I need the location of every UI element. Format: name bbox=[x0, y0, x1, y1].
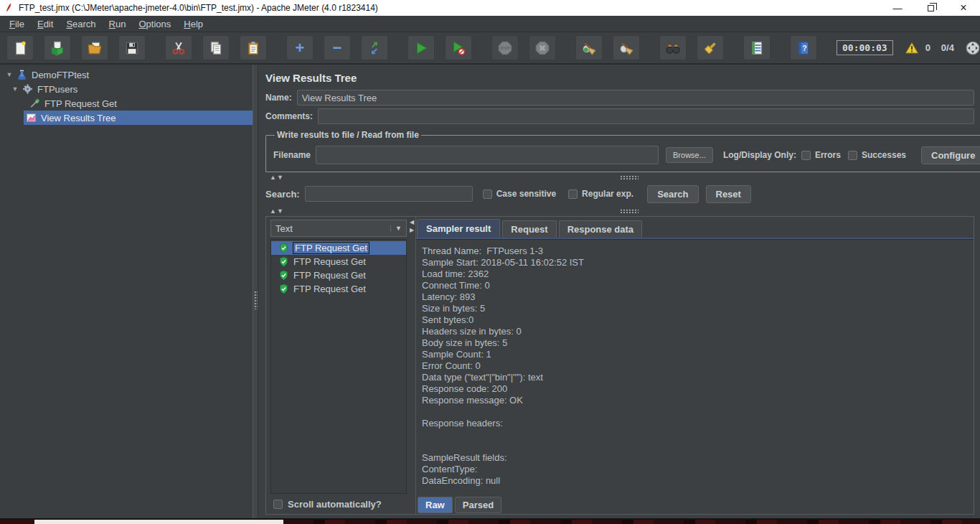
tree-node-view-results-tree[interactable]: View Results Tree bbox=[0, 111, 253, 125]
expander-icon[interactable]: ▼ bbox=[4, 71, 14, 78]
start-no-timers-button[interactable] bbox=[445, 35, 472, 60]
scroll-automatically-checkbox[interactable]: Scroll automatically? bbox=[270, 494, 408, 514]
page-title: View Results Tree bbox=[265, 72, 974, 84]
scroll-automatically-label: Scroll automatically? bbox=[288, 499, 382, 510]
clear-broom-icon bbox=[581, 40, 597, 56]
sample-list-item[interactable]: FTP Request Get bbox=[271, 282, 406, 296]
horizontal-splitter-1[interactable]: ▲▼ bbox=[265, 172, 974, 182]
tree-main-splitter[interactable] bbox=[253, 65, 258, 518]
errors-checkbox[interactable]: Errors bbox=[801, 150, 848, 160]
results-tree-icon bbox=[25, 112, 37, 123]
browse-button[interactable]: Browse... bbox=[666, 147, 713, 163]
sample-list-item[interactable]: FTP Request Get bbox=[271, 255, 406, 268]
case-sensitive-checkbox[interactable]: Case sensitive bbox=[483, 189, 561, 199]
configure-button[interactable]: Configure bbox=[921, 146, 980, 164]
expander-icon[interactable]: ▼ bbox=[10, 85, 20, 93]
name-input[interactable] bbox=[297, 90, 974, 106]
menu-options[interactable]: Options bbox=[132, 17, 177, 32]
successes-label: Successes bbox=[862, 150, 906, 160]
copy-button[interactable] bbox=[202, 35, 230, 60]
raw-parsed-tabbar: Raw Parsed bbox=[416, 495, 974, 514]
restore-button[interactable] bbox=[914, 0, 947, 16]
active-threads-count: 0/4 bbox=[941, 42, 954, 53]
regular-exp-checkbox[interactable]: Regular exp. bbox=[568, 189, 639, 199]
open-file-button[interactable] bbox=[81, 35, 108, 60]
tab-parsed[interactable]: Parsed bbox=[455, 497, 501, 513]
warning-triangle-icon bbox=[904, 41, 920, 55]
tab-raw[interactable]: Raw bbox=[418, 497, 453, 513]
search-reset-button-toolbar[interactable] bbox=[697, 35, 724, 60]
splitter-collapse-arrows[interactable]: ▲▼ bbox=[270, 174, 284, 181]
results-detail-column: Sampler result Request Response data Thr… bbox=[416, 217, 974, 514]
success-shield-icon bbox=[278, 256, 289, 267]
collapse-left-icon[interactable]: ◀ bbox=[410, 218, 414, 226]
jmeter-feather-icon bbox=[4, 2, 14, 14]
splitter-grip[interactable] bbox=[620, 175, 639, 179]
horizontal-splitter-2[interactable]: ▲▼ bbox=[265, 206, 974, 215]
search-button-toolbar[interactable] bbox=[659, 35, 687, 60]
view-selector-dropdown[interactable]: Text ▼ bbox=[270, 220, 407, 237]
save-icon bbox=[124, 40, 140, 56]
close-button[interactable]: × bbox=[947, 0, 980, 16]
menu-search[interactable]: Search bbox=[60, 17, 102, 32]
tree-node-thread-group[interactable]: ▼ FTPusers bbox=[0, 82, 253, 96]
tab-sampler-result[interactable]: Sampler result bbox=[417, 219, 500, 238]
help-book-icon: ? bbox=[796, 40, 811, 56]
comments-input[interactable] bbox=[318, 108, 974, 124]
reset-button[interactable]: Reset bbox=[706, 185, 751, 203]
sample-label: FTP Request Get bbox=[293, 243, 369, 253]
clear-all-button[interactable] bbox=[613, 35, 640, 60]
splitter-grip[interactable] bbox=[620, 209, 639, 213]
stop-button[interactable]: STOP bbox=[491, 35, 519, 60]
search-input[interactable] bbox=[305, 186, 473, 202]
splitter-collapse-arrows[interactable]: ▲▼ bbox=[270, 207, 284, 215]
tree-node-label: View Results Tree bbox=[41, 113, 116, 123]
sampler-result-body: Thread Name: FTPusers 1-3 Sample Start: … bbox=[416, 239, 974, 495]
menu-edit[interactable]: Edit bbox=[31, 17, 60, 32]
filename-input[interactable] bbox=[316, 146, 659, 164]
copy-icon bbox=[208, 40, 224, 56]
checkbox-box bbox=[801, 151, 811, 160]
open-folder-icon bbox=[87, 40, 103, 56]
list-detail-splitter[interactable]: ◀ ▶ bbox=[408, 217, 416, 514]
cut-button[interactable] bbox=[165, 35, 192, 60]
tree-node-ftp-request[interactable]: FTP Request Get bbox=[0, 96, 253, 111]
chevron-down-icon[interactable]: ▼ bbox=[390, 225, 406, 232]
templates-button[interactable] bbox=[44, 35, 71, 60]
function-helper-button[interactable] bbox=[743, 35, 771, 60]
toolbar-group-start bbox=[407, 35, 472, 60]
clear-button[interactable] bbox=[575, 35, 603, 60]
checkbox-box bbox=[848, 151, 857, 160]
tab-response-data[interactable]: Response data bbox=[559, 220, 642, 238]
ftp-sampler-icon bbox=[29, 98, 41, 109]
sample-list: FTP Request Get FTP Request Get FTP Requ… bbox=[270, 239, 407, 494]
search-label: Search: bbox=[265, 189, 300, 200]
tree-node-test-plan[interactable]: ▼ DemoFTPtest bbox=[0, 67, 253, 82]
search-row: Search: Case sensitive Regular exp. Sear… bbox=[265, 182, 974, 206]
log-warning-counter[interactable]: 0 bbox=[904, 41, 930, 55]
sample-list-item[interactable]: FTP Request Get bbox=[271, 241, 406, 255]
menu-help[interactable]: Help bbox=[177, 17, 209, 32]
binoculars-icon bbox=[665, 40, 681, 56]
remove-button[interactable]: − bbox=[324, 35, 351, 60]
toggle-button[interactable] bbox=[361, 35, 388, 60]
paste-button[interactable] bbox=[240, 35, 267, 60]
name-label: Name: bbox=[265, 93, 292, 103]
start-button[interactable] bbox=[407, 35, 435, 60]
toolbar-group-stop: STOP bbox=[491, 35, 556, 60]
menu-file[interactable]: File bbox=[3, 17, 31, 32]
collapse-right-icon[interactable]: ▶ bbox=[410, 226, 414, 234]
add-button[interactable]: + bbox=[286, 35, 314, 60]
toolbar-group-clear bbox=[575, 35, 640, 60]
tab-request[interactable]: Request bbox=[502, 220, 556, 238]
new-file-button[interactable] bbox=[6, 35, 34, 60]
search-button[interactable]: Search bbox=[647, 185, 698, 203]
help-button[interactable]: ? bbox=[790, 35, 817, 60]
sample-list-item[interactable]: FTP Request Get bbox=[271, 268, 406, 282]
successes-checkbox[interactable]: Successes bbox=[848, 150, 911, 160]
shutdown-button[interactable] bbox=[529, 35, 556, 60]
menu-run[interactable]: Run bbox=[103, 17, 133, 32]
save-button[interactable] bbox=[118, 35, 146, 60]
splitter-grip[interactable] bbox=[254, 291, 258, 309]
minimize-button[interactable]: — bbox=[881, 0, 914, 16]
